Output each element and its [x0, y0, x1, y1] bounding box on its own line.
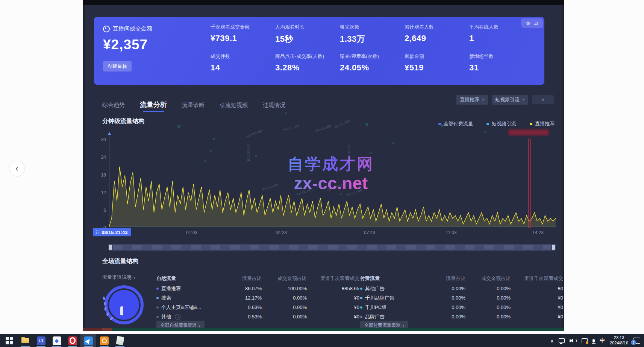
session-traffic-title: 全场流量结构 [102, 257, 138, 265]
x-tick: 11:03 [445, 230, 456, 235]
chevron-right-icon: › [199, 323, 200, 328]
app-notes-button[interactable] [112, 334, 128, 347]
windows-taskbar: L1 ◆ ∧ 中 23:13 2024/8/16 3 [0, 334, 644, 347]
channel-dot [360, 306, 362, 309]
tab-violations[interactable]: 违规情况 [263, 102, 285, 112]
channel-dot [360, 297, 362, 299]
filter-tag-short-video[interactable]: 短视频引流× [492, 95, 528, 105]
capture-app-icon [100, 336, 109, 345]
table-row: 其他? 0.53% 0.00% ¥0 [156, 312, 359, 321]
file-explorer-button[interactable] [17, 334, 33, 347]
tray-expand-chevron-icon[interactable]: ∧ [550, 338, 554, 344]
red-marker-line [528, 138, 529, 228]
previous-slide-button[interactable]: ‹ [9, 161, 25, 177]
minute-traffic-title: 分钟级流量结构 [102, 117, 144, 125]
natural-traffic-table: 自然流量 流量占比 成交金额占比 渠道千次观看成交 直播推荐 86.07% 10… [156, 273, 359, 321]
red-marker-line [530, 138, 531, 228]
video-top-bar [83, 0, 564, 5]
chevron-right-icon: › [133, 275, 135, 280]
metric-total-viewers: 累计观看人数2,649 [405, 24, 469, 45]
traffic-line-chart-svg [109, 138, 556, 228]
traffic-donut-chart[interactable] [102, 283, 145, 328]
legend-paid-traffic[interactable]: 全部付费流量 [438, 120, 473, 127]
chart-start-time-badge[interactable]: 08/15 21:43 [93, 228, 131, 236]
y-tick: 24 [93, 155, 106, 160]
target-pin-icon [103, 26, 110, 32]
tab-short-video[interactable]: 引流短视频 [220, 102, 248, 112]
small-watermark: zx-cc.net [246, 128, 263, 138]
app-compass-button[interactable]: ◆ [49, 334, 65, 347]
channel-dot [156, 316, 159, 318]
dashboard-video-frame: ⚙ ⇄ 直播间成交金额 ¥2,357 创建目标 千次观看成交金额¥739.1 人… [83, 0, 564, 331]
app-l1-button[interactable]: L1 [33, 334, 49, 347]
ime-language-toggle[interactable]: 中 [600, 337, 605, 344]
opera-ring-icon [68, 336, 77, 345]
table-row: 品牌广告 0.00% 0.00% ¥0 [360, 312, 563, 321]
microphone-icon[interactable] [592, 339, 595, 342]
x-tick: 07:43 [364, 230, 375, 235]
close-icon[interactable]: × [522, 97, 525, 102]
chart-legend: 全部付费流量 短视频引流 直播推荐 [438, 120, 555, 127]
app-capture-button[interactable] [96, 334, 112, 347]
start-button[interactable] [2, 334, 17, 347]
channel-dot [360, 316, 362, 318]
table-row: 其他广告 0.00% 0.00% ¥0 [360, 284, 563, 293]
network-monitor-icon[interactable] [559, 338, 565, 343]
y-tick: 12 [93, 190, 106, 195]
close-icon[interactable]: × [482, 97, 485, 102]
speaker-icon[interactable] [570, 338, 577, 343]
time-range-scrollbar[interactable] [108, 244, 556, 251]
taskbar-date: 2024/8/16 [610, 341, 628, 346]
y-tick: 18 [93, 172, 106, 178]
system-tray: ∧ 中 23:13 2024/8/16 3 [550, 335, 644, 346]
notification-center-icon[interactable]: 3 [633, 338, 640, 344]
scrollbar-minimap [113, 245, 551, 250]
channel-filter-bar: 直播推荐× 短视频引流× ∨ [456, 95, 554, 105]
filter-tag-live-recommend[interactable]: 直播推荐× [456, 95, 488, 105]
metric-impression-view-rate: 曝光-观看率(次数)24.05% [340, 53, 405, 73]
kpi-metrics-grid: 千次观看成交金额¥739.1 人均观看时长15秒 曝光次数1.33万 累计观看人… [211, 24, 534, 73]
taskbar-clock[interactable]: 23:13 2024/8/16 [610, 335, 628, 346]
table-row: 直播推荐 86.07% 100.00% ¥858.65 [156, 284, 359, 293]
metric-new-followers: 新增粉丝数31 [469, 53, 534, 73]
app-opera-button[interactable] [65, 334, 80, 347]
metric-avg-watch-time: 人均观看时长15秒 [275, 24, 340, 45]
swap-metrics-icon[interactable]: ⇄ [534, 21, 538, 26]
taskbar-time: 23:13 [610, 335, 628, 341]
compass-app-icon: ◆ [53, 336, 61, 345]
range-handle-left[interactable] [109, 245, 112, 250]
y-axis-arrow [108, 132, 111, 135]
chevron-left-icon: ‹ [15, 164, 18, 174]
table-row: 千川品牌广告 0.00% 0.00% ¥0 [360, 293, 563, 303]
legend-short-video[interactable]: 短视频引流 [486, 120, 516, 127]
channel-select-dropdown[interactable]: ∨ [532, 95, 554, 104]
video-progress-strip[interactable] [83, 328, 564, 331]
kpi-main-title-row: 直播间成交金额 [103, 25, 212, 32]
table-row: 搜索 12.17% 0.00% ¥0 [156, 293, 359, 303]
metric-refund-amount: 退款金额¥519 [405, 53, 469, 73]
chevron-down-icon: ∨ [541, 97, 545, 102]
x-tick: 01:03 [186, 230, 197, 235]
channel-dot [360, 288, 362, 290]
channel-dot [156, 288, 159, 290]
minute-traffic-chart[interactable] [109, 138, 556, 228]
help-question-icon[interactable]: ? [175, 314, 180, 320]
app-pointer-button[interactable] [80, 334, 96, 347]
channel-explain-link[interactable]: 流量渠道说明› [102, 274, 135, 281]
tab-traffic-analysis[interactable]: 流量分析 [140, 100, 167, 112]
small-watermark: zx-cc.net [333, 118, 350, 129]
screenshot-tray-icon[interactable] [582, 338, 588, 343]
donut-inner-label [120, 306, 123, 315]
channel-dot [156, 297, 159, 299]
create-goal-button[interactable]: 创建目标 [103, 61, 132, 72]
legend-dot [486, 123, 489, 125]
table-header-row: 自然流量 流量占比 成交金额占比 渠道千次观看成交 [156, 273, 359, 284]
x-tick: 04:23 [276, 230, 287, 235]
small-watermark: zx-cc.net [282, 123, 300, 132]
range-handle-right[interactable] [552, 245, 555, 250]
table-header-row: 付费流量 流量占比 成交金额占比 渠道千次观看成交 [360, 273, 563, 284]
tab-overall-trend[interactable]: 综合趋势 [102, 102, 125, 112]
tab-traffic-diagnosis[interactable]: 流量诊断 [182, 102, 205, 112]
notes-app-icon [116, 336, 124, 345]
legend-live-recommend[interactable]: 直播推荐 [530, 120, 555, 127]
